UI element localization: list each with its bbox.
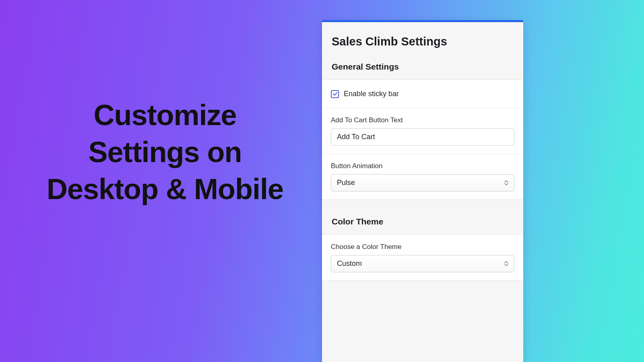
panel-title: Sales Climb Settings xyxy=(322,22,523,58)
choose-color-label: Choose a Color Theme xyxy=(331,243,514,251)
checkbox-checked-icon[interactable] xyxy=(331,90,339,98)
general-settings-heading: General Settings xyxy=(322,58,523,80)
atc-text-row: Add To Cart Button Text xyxy=(322,108,523,154)
choose-color-value: Custom xyxy=(337,259,362,268)
button-animation-row: Button Animation Pulse xyxy=(322,154,523,200)
choose-color-select[interactable]: Custom xyxy=(331,255,514,272)
select-caret-icon xyxy=(504,261,509,267)
hero-line-2: Settings on xyxy=(28,134,302,171)
section-gap xyxy=(322,200,523,213)
general-settings-card: Enable sticky bar Add To Cart Button Tex… xyxy=(322,80,523,200)
hero-headline: Customize Settings on Desktop & Mobile xyxy=(28,97,302,208)
settings-panel: Sales Climb Settings General Settings En… xyxy=(322,20,523,362)
promo-stage: Customize Settings on Desktop & Mobile S… xyxy=(0,0,644,362)
button-animation-label: Button Animation xyxy=(331,162,514,170)
atc-text-input[interactable] xyxy=(331,128,514,146)
color-theme-card: Choose a Color Theme Custom xyxy=(322,234,523,281)
enable-sticky-row[interactable]: Enable sticky bar xyxy=(322,80,523,108)
color-theme-heading: Color Theme xyxy=(322,213,523,234)
enable-sticky-label: Enable sticky bar xyxy=(344,90,399,98)
hero-line-1: Customize xyxy=(28,97,302,134)
hero-line-3: Desktop & Mobile xyxy=(28,171,302,208)
select-caret-icon xyxy=(504,180,509,186)
button-animation-value: Pulse xyxy=(337,179,355,187)
atc-text-label: Add To Cart Button Text xyxy=(331,116,514,124)
choose-color-row: Choose a Color Theme Custom xyxy=(322,235,523,280)
button-animation-select[interactable]: Pulse xyxy=(331,174,514,191)
